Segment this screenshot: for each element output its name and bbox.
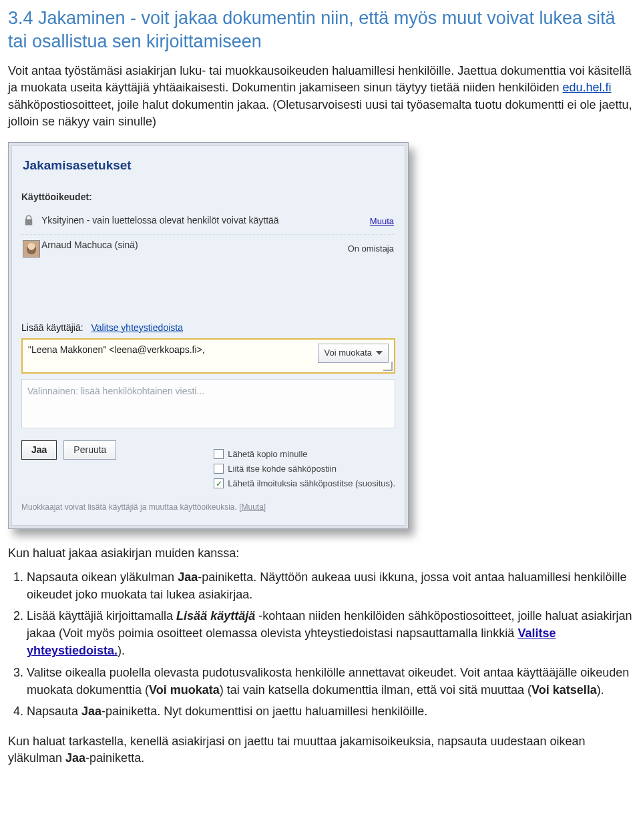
step-3-post: ). [597,683,604,697]
editors-note-text: Muokkaajat voivat lisätä käyttäjiä ja mu… [21,502,242,512]
permission-select[interactable]: Voi muokata [318,344,389,362]
lock-icon [23,214,41,230]
step-4-post: -painiketta. Nyt dokumenttisi on jaettu … [101,705,427,718]
cancel-button[interactable]: Peruuta [63,440,116,460]
sharing-dialog: Jakamisasetukset Käyttöoikeudet: Yksityi… [8,142,409,529]
owner-name: Arnaud Machuca (sinä) [41,239,348,252]
opt-attach-item-label: Liitä itse kohde sähköpostiin [228,463,337,475]
step-1-pre: Napsauta oikean yläkulman [27,570,178,584]
steps-list: Napsauta oikean yläkulman Jaa-painiketta… [27,568,633,720]
step-2-pre: Lisää käyttäjiä kirjoittamalla [27,609,176,622]
opt-email-notify-label: Lähetä ilmoituksia sähköpostitse (suosit… [228,478,395,490]
step-4-bold: Jaa [81,705,101,718]
steps-lead: Kun haluat jakaa asiakirjan muiden kanss… [8,545,633,562]
step-2-bold: Lisää käyttäjä [176,609,255,622]
opt-send-copy-label: Lähetä kopio minulle [228,448,307,460]
permissions-label: Käyttöoikeudet: [21,191,395,204]
step-3-bold1: Voi muokata [149,683,220,697]
chevron-down-icon [376,350,383,356]
add-users-value: "Leena Makkonen" <leena@verkkoaps.fi>, [28,344,312,357]
step-3-bold2: Voi katsella [531,683,597,697]
add-users-label: Lisää käyttäjiä: [21,322,83,333]
notify-options: Lähetä kopio minulle Liitä itse kohde sä… [214,448,395,493]
checkbox-icon[interactable] [214,449,224,459]
avatar-icon [23,239,41,258]
editors-note-change-link[interactable]: Muuta [242,502,264,512]
owner-status: On omistaja [348,239,394,255]
step-2: Lisää käyttäjiä kirjoittamalla Lisää käy… [27,607,633,659]
step-2-post: ). [118,644,125,657]
opt-send-copy[interactable]: Lähetä kopio minulle [214,448,395,460]
footer-post: -painiketta. [85,751,144,765]
step-4-pre: Napsauta [27,705,81,718]
add-users-input[interactable]: "Leena Makkonen" <leena@verkkoaps.fi>, V… [21,338,395,373]
step-1: Napsauta oikean yläkulman Jaa-painiketta… [27,568,633,603]
section-heading: 3.4 Jakaminen - voit jakaa dokumentin ni… [8,7,633,53]
dialog-body: Jakamisasetukset Käyttöoikeudet: Yksityi… [11,145,405,526]
avatar [23,240,40,258]
resize-handle-icon[interactable] [383,362,393,371]
add-users-row: Lisää käyttäjiä: Valitse yhteystiedoista [21,322,395,335]
permission-private-row: Yksityinen - vain luettelossa olevat hen… [21,210,395,234]
share-button[interactable]: Jaa [21,440,57,460]
editors-note: Muokkaajat voivat lisätä käyttäjiä ja mu… [21,502,395,513]
choose-contacts-link[interactable]: Valitse yhteystiedoista [91,322,183,333]
opt-attach-item[interactable]: Liitä itse kohde sähköpostiin [214,463,395,475]
edu-hel-link[interactable]: edu.hel.fi [562,81,611,94]
dialog-buttons: Jaa Peruuta [21,440,116,460]
permission-private-text: Yksityinen - vain luettelossa olevat hen… [41,214,370,227]
opt-email-notify[interactable]: Lähetä ilmoituksia sähköpostitse (suosit… [214,478,395,490]
change-privacy-link[interactable]: Muuta [370,214,394,228]
dialog-title: Jakamisasetukset [23,157,395,175]
intro-text-2: sähköpostiosoitteet, joile halut dokumen… [8,98,632,128]
footer-bold: Jaa [65,751,85,765]
step-1-bold: Jaa [178,570,198,584]
step-3: Valitse oikealla puolella olevasta pudot… [27,664,633,699]
permission-owner-row: Arnaud Machuca (sinä) On omistaja [21,234,395,262]
permission-select-label: Voi muokata [324,347,372,359]
footer-paragraph: Kun haluat tarkastella, kenellä asiakirj… [8,733,633,767]
step-3-mid: ) tai vain katsella dokumenttia ilman, e… [220,683,531,697]
checkbox-icon[interactable] [214,464,224,474]
message-input[interactable]: Valinnainen: lisää henkilökohtainen vies… [21,379,395,428]
checkbox-checked-icon[interactable] [214,478,224,488]
step-4: Napsauta Jaa-painiketta. Nyt dokumenttis… [27,703,633,720]
editors-note-close: ] [264,502,266,512]
intro-paragraph: Voit antaa työstämäsi asiakirjan luku- t… [8,63,633,130]
intro-text-1: Voit antaa työstämäsi asiakirjan luku- t… [8,64,632,94]
